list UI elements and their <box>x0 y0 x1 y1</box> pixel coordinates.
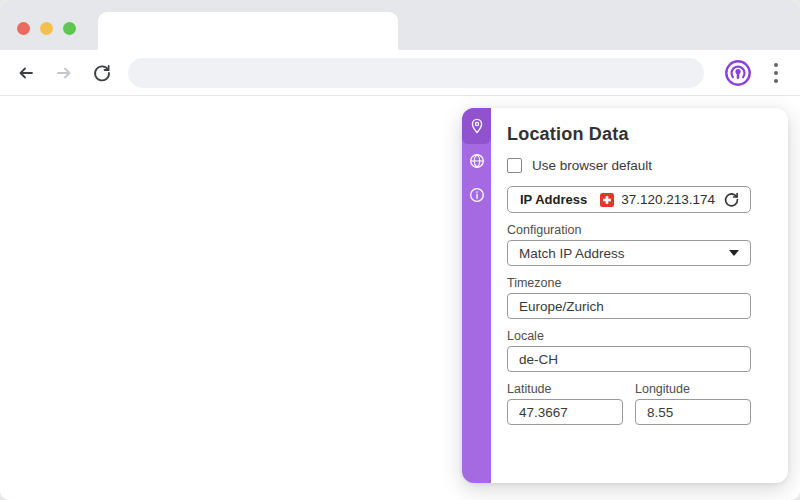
refresh-ip-button[interactable] <box>723 191 740 208</box>
use-browser-default-label: Use browser default <box>532 158 652 173</box>
sidebar-item-info[interactable] <box>462 178 491 212</box>
timezone-label: Timezone <box>507 276 751 290</box>
traffic-lights <box>17 22 76 35</box>
browser-menu-button[interactable] <box>768 63 784 83</box>
panel-title: Location Data <box>507 124 751 145</box>
ip-address-label: IP Address <box>520 192 587 207</box>
window-close-button[interactable] <box>17 22 30 35</box>
lat-long-row: Latitude Longitude <box>507 382 751 435</box>
longitude-label: Longitude <box>635 382 751 396</box>
reload-button[interactable] <box>92 63 112 83</box>
forward-button[interactable] <box>54 63 74 83</box>
window-zoom-button[interactable] <box>63 22 76 35</box>
back-button[interactable] <box>16 63 36 83</box>
longitude-input[interactable] <box>635 399 751 425</box>
configuration-selected-value: Match IP Address <box>519 246 625 261</box>
locale-label: Locale <box>507 329 751 343</box>
chevron-down-icon <box>729 250 739 256</box>
popup-main: Location Data Use browser default IP Add… <box>491 108 788 483</box>
browser-tab[interactable] <box>98 12 398 50</box>
switzerland-flag-icon <box>600 193 614 207</box>
sidebar-item-location[interactable] <box>462 108 491 144</box>
configuration-label: Configuration <box>507 223 751 237</box>
configuration-select[interactable]: Match IP Address <box>507 240 751 266</box>
info-icon <box>468 186 486 204</box>
locale-input[interactable] <box>507 346 751 372</box>
window-minimize-button[interactable] <box>40 22 53 35</box>
kebab-menu-icon <box>774 63 778 67</box>
browser-titlebar <box>0 0 800 50</box>
use-browser-default-row[interactable]: Use browser default <box>507 158 751 173</box>
use-browser-default-checkbox[interactable] <box>507 158 522 173</box>
latitude-input[interactable] <box>507 399 623 425</box>
popup-sidebar <box>462 108 491 483</box>
ip-address-box: IP Address 37.120.213.174 <box>507 186 751 213</box>
address-bar[interactable] <box>128 58 704 88</box>
sidebar-item-globe[interactable] <box>462 144 491 178</box>
browser-window: Location Data Use browser default IP Add… <box>0 0 800 500</box>
page-content: Location Data Use browser default IP Add… <box>0 96 800 499</box>
refresh-icon <box>723 191 740 208</box>
forward-arrow-icon <box>54 63 74 83</box>
location-pin-icon <box>468 117 486 135</box>
globe-icon <box>468 152 486 170</box>
browser-toolbar <box>0 50 800 96</box>
ip-address-value: 37.120.213.174 <box>621 192 715 207</box>
location-guard-extension-icon <box>724 59 752 87</box>
timezone-input[interactable] <box>507 293 751 319</box>
extension-popup: Location Data Use browser default IP Add… <box>462 108 788 483</box>
back-arrow-icon <box>16 63 36 83</box>
reload-icon <box>92 63 112 83</box>
latitude-label: Latitude <box>507 382 623 396</box>
location-guard-extension-button[interactable] <box>724 59 752 87</box>
